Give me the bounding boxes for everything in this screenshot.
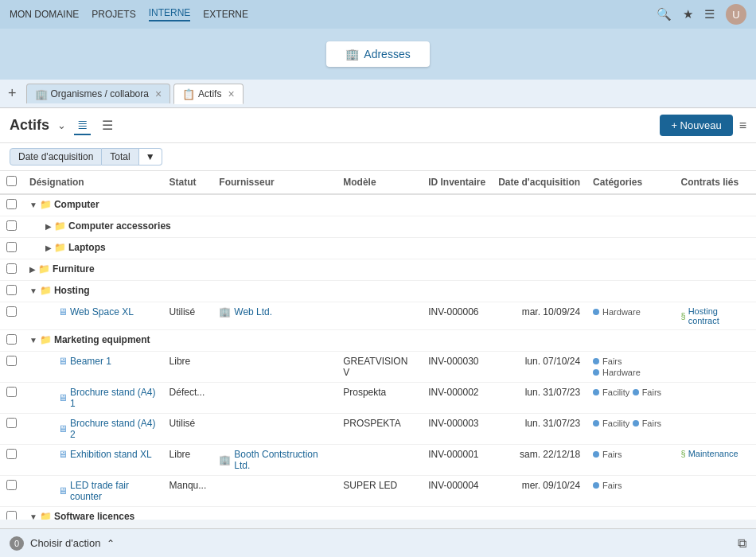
category-dot	[593, 420, 599, 427]
subgroup-expand-icon[interactable]: ▶	[45, 222, 52, 231]
subgroup-label: Computer accessories	[68, 220, 171, 232]
item-status: Utilisé	[170, 306, 196, 317]
item-contracts-cell: § Maintenance	[675, 445, 757, 476]
row-checkbox[interactable]	[6, 306, 17, 317]
supplier-link[interactable]: 🏢 Booth Contstruction Ltd.	[219, 449, 330, 471]
group-expand-icon[interactable]: ▼	[29, 512, 37, 520]
category-badge: Fairs	[593, 481, 622, 490]
row-checkbox[interactable]	[6, 480, 17, 490]
nav-externe[interactable]: EXTERNE	[203, 9, 248, 20]
title-dropdown-arrow[interactable]: ⌄	[57, 119, 66, 131]
item-name-link[interactable]: Brochure stand (A4) 2	[70, 418, 157, 440]
menu-icon[interactable]: ☰	[704, 7, 715, 21]
search-icon[interactable]: 🔍	[657, 7, 672, 21]
tab-actifs[interactable]: 📋 Actifs ×	[173, 84, 244, 104]
item-date-cell: mar. 10/09/24	[492, 302, 586, 330]
item-name-link[interactable]: Web Space XL	[70, 306, 134, 317]
view-flat-button[interactable]: ☰	[99, 116, 116, 134]
category-label: Fairs	[642, 419, 661, 428]
contract-label: Hosting contract	[688, 306, 750, 325]
item-status-cell: Utilisé	[163, 414, 213, 445]
item-name-cell: 🖥 Web Space XL	[23, 302, 163, 330]
contract-link[interactable]: § Hosting contract	[681, 306, 750, 325]
group-expand-icon[interactable]: ▼	[29, 286, 37, 295]
item-date: lun. 31/07/23	[525, 418, 580, 429]
item-name-link[interactable]: Exhibition stand XL	[70, 449, 152, 460]
group-name-cell: ▼ 📁 Software licences	[23, 507, 756, 520]
item-date-cell: mer. 09/10/24	[492, 476, 586, 507]
filter-button[interactable]: ≡	[739, 119, 746, 133]
item-status: Défect...	[170, 387, 205, 398]
select-all-checkbox[interactable]	[6, 176, 17, 186]
tab-actifs-close[interactable]: ×	[228, 88, 234, 100]
category-label: Fairs	[602, 356, 622, 366]
row-checkbox[interactable]	[6, 242, 17, 252]
item-name-link[interactable]: Beamer 1	[70, 356, 111, 367]
item-status: Utilisé	[170, 418, 196, 429]
item-categories-cell: Facility Fairs	[586, 383, 674, 414]
category-label: Facility	[602, 419, 629, 428]
subgroup-name-cell: ▶ 📁 Computer accessories	[23, 216, 756, 238]
nav-domain[interactable]: MON DOMAINE	[10, 9, 79, 20]
group-expand-icon[interactable]: ▶	[29, 265, 36, 274]
item-name-link[interactable]: Brochure stand (A4) 1	[70, 387, 157, 409]
addresses-button[interactable]: 🏢 Adresses	[326, 41, 429, 67]
row-checkbox[interactable]	[6, 199, 17, 209]
supplier-link[interactable]: 🏢 Web Ltd.	[219, 306, 330, 317]
row-checkbox[interactable]	[6, 220, 17, 231]
row-checkbox[interactable]	[6, 449, 17, 459]
col-checkbox	[0, 171, 23, 194]
category-badge: Hardware	[593, 368, 641, 377]
row-checkbox[interactable]	[6, 356, 17, 366]
group-label: Furniture	[53, 263, 95, 275]
tab-organismes[interactable]: 🏢 Organismes / collabora ×	[26, 84, 171, 103]
action-arrow-icon[interactable]: ⌃	[107, 538, 115, 549]
group-expand-icon[interactable]: ▼	[29, 336, 37, 345]
group-name-cell: ▶ 📁 Furniture	[23, 259, 756, 281]
nav-interne[interactable]: INTERNE	[149, 7, 191, 21]
category-dot	[593, 369, 599, 376]
item-name-cell: 🖥 Beamer 1	[23, 352, 163, 383]
item-status: Manqu...	[170, 480, 207, 491]
main-toolbar: Actifs ⌄ ≣ ☰ + Nouveau ≡	[0, 108, 756, 143]
row-checkbox[interactable]	[6, 334, 17, 345]
add-tab-button[interactable]: +	[8, 85, 17, 102]
row-checkbox-cell	[0, 383, 23, 414]
contract-link[interactable]: § Maintenance	[681, 449, 750, 458]
col-id-inventaire: ID Inventaire	[422, 171, 492, 194]
filter-dropdown-arrow[interactable]: ▼	[139, 148, 162, 166]
row-checkbox[interactable]	[6, 263, 17, 274]
item-name-link[interactable]: LED trade fair counter	[70, 480, 157, 502]
subgroup-expand-icon[interactable]: ▶	[45, 243, 52, 252]
item-inventory-id: INV-000004	[428, 480, 478, 491]
view-list-button[interactable]: ≣	[74, 115, 91, 135]
category-label: Fairs	[642, 388, 661, 397]
filter-date-label: Date d'acquisition	[10, 148, 102, 166]
tab-organismes-close[interactable]: ×	[155, 88, 162, 100]
row-checkbox-cell	[0, 352, 23, 383]
nav-projets[interactable]: PROJETS	[92, 9, 135, 20]
row-checkbox[interactable]	[6, 418, 17, 428]
new-button[interactable]: + Nouveau	[660, 115, 732, 136]
row-checkbox[interactable]	[6, 387, 17, 397]
row-checkbox-cell	[0, 281, 23, 302]
item-supplier-cell: 🏢 Web Ltd.	[212, 302, 337, 330]
group-expand-icon[interactable]: ▼	[29, 201, 37, 209]
table-row: ▼ 📁 Marketing equipment	[0, 330, 756, 352]
row-checkbox[interactable]	[6, 511, 17, 520]
item-categories-cell: Fairs	[586, 445, 674, 476]
action-label[interactable]: Choisir d'action	[30, 537, 100, 549]
group-label: Hosting	[54, 285, 90, 296]
item-name-cell: 🖥 Brochure stand (A4) 2	[23, 414, 163, 445]
item-status: Libre	[170, 449, 191, 460]
export-icon[interactable]: ⧉	[738, 536, 746, 551]
row-checkbox[interactable]	[6, 285, 17, 295]
table-row: ▶ 📁 Computer accessories	[0, 216, 756, 238]
action-select-area: 0 Choisir d'action ⌃	[10, 536, 115, 551]
category-dot	[633, 389, 639, 395]
item-model-cell: GREATVISION V	[337, 352, 422, 383]
star-icon[interactable]: ★	[683, 7, 693, 21]
filter-total-label: Total	[102, 148, 138, 166]
item-inventory-id: INV-000003	[428, 418, 478, 429]
user-avatar[interactable]: U	[726, 4, 746, 25]
